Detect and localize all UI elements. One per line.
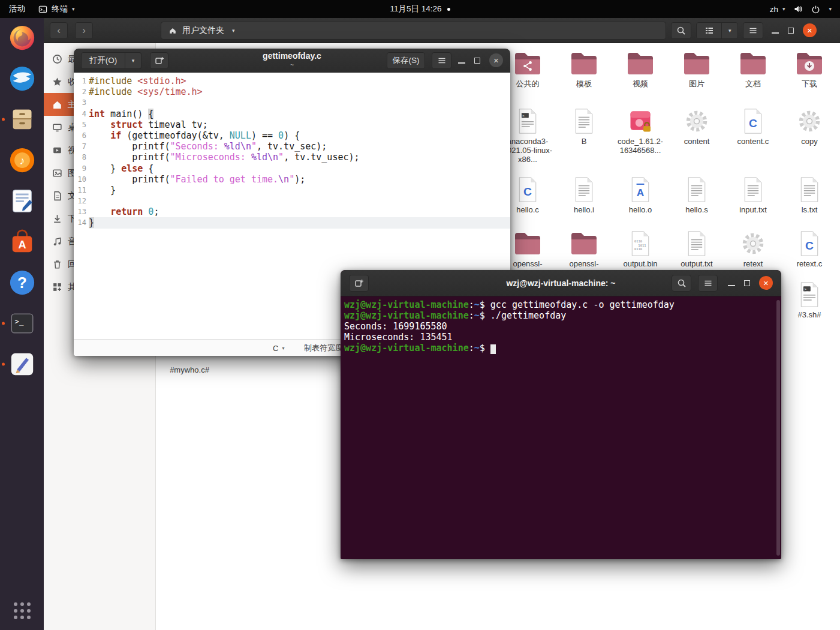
back-button[interactable]: ‹	[50, 22, 68, 39]
file-label: content.c	[737, 137, 769, 146]
minimize-button[interactable]	[772, 32, 779, 34]
svg-text:0110: 0110	[634, 247, 642, 251]
emblem-share-icon	[522, 61, 533, 71]
gear-icon	[739, 230, 767, 257]
recent-icon	[52, 54, 62, 64]
dock-item-files[interactable]	[0, 105, 44, 134]
hamburger-icon	[748, 26, 758, 35]
open-dropdown-button[interactable]: ▾	[125, 52, 141, 69]
minimize-button[interactable]	[458, 62, 465, 64]
path-bar[interactable]: 用户文件夹 ▾	[161, 22, 666, 40]
help-icon: ?	[8, 269, 36, 296]
text-icon	[795, 176, 824, 203]
forward-icon: ›	[82, 25, 86, 37]
new-tab-button[interactable]	[349, 275, 369, 292]
app-menu-terminal[interactable]: 终端 ▾	[38, 4, 75, 14]
forward-button[interactable]: ›	[75, 22, 93, 39]
show-apps-button[interactable]	[14, 602, 31, 619]
file-item[interactable]: 视频	[612, 48, 669, 106]
file-label: #3.sh#	[797, 310, 821, 319]
script-icon: >_	[513, 108, 542, 134]
dock-item-software[interactable]: A	[0, 227, 44, 256]
scrollbar[interactable]	[776, 300, 780, 556]
binary-icon: 011010110110	[626, 230, 655, 257]
file-label: retext.c	[797, 259, 823, 268]
minimize-button[interactable]	[728, 285, 735, 286]
close-button[interactable]: ×	[803, 23, 817, 37]
open-button[interactable]: 打开(O)	[81, 52, 125, 69]
search-button[interactable]	[672, 275, 691, 292]
list-view-button[interactable]	[697, 23, 722, 38]
terminal-window-icon	[38, 5, 47, 14]
svg-text:>_: >_	[14, 317, 23, 326]
file-item[interactable]: >_#3.sh#	[781, 279, 838, 334]
close-button[interactable]: ×	[759, 276, 773, 290]
close-button[interactable]: ×	[489, 53, 503, 67]
file-item[interactable]: 下载	[781, 48, 838, 106]
search-button[interactable]	[671, 22, 691, 39]
file-item[interactable]: copy	[781, 106, 838, 174]
maximize-button[interactable]	[744, 280, 750, 286]
file-item[interactable]: B	[556, 106, 612, 174]
code-line: }	[89, 185, 510, 196]
svg-text:C: C	[749, 117, 757, 130]
dock-item-rhythmbox[interactable]: ♪	[0, 146, 44, 175]
gear-icon	[682, 108, 711, 134]
chevron-down-icon: ▾	[728, 28, 731, 34]
firefox-icon	[8, 24, 36, 52]
dock-item-writer[interactable]	[0, 187, 44, 215]
menu-button[interactable]	[743, 22, 763, 39]
line-number: 11	[74, 185, 86, 196]
file-item[interactable]: Ccontent.c	[725, 106, 781, 174]
files-headerbar: ‹ › 用户文件夹 ▾ ▾ ×	[44, 18, 840, 43]
clock-menu[interactable]: 11月5日 14:26	[390, 0, 450, 18]
dock-item-thunderbird[interactable]	[0, 64, 44, 93]
input-method-indicator[interactable]: zh▾	[770, 5, 785, 14]
save-button[interactable]: 保存(S)	[387, 52, 425, 69]
file-item[interactable]: input.txt	[725, 174, 781, 228]
menu-button[interactable]	[432, 52, 451, 69]
chevron-down-icon: ▾	[282, 346, 284, 351]
terminal-window: wzj@wzj-virtual-machine: ~ × wzj@wzj-vir…	[341, 270, 781, 559]
back-icon: ‹	[57, 25, 61, 37]
trash-icon	[52, 259, 62, 269]
file-item[interactable]: content	[669, 106, 725, 174]
dock: ♪A?>_	[0, 18, 44, 630]
maximize-button[interactable]	[788, 28, 794, 34]
terminal-output[interactable]: wzj@wzj-virtual-machine:~$ gcc gettimeof…	[341, 296, 781, 559]
file-item[interactable]: ls.txt	[781, 174, 838, 228]
file-label: 图片	[689, 79, 704, 88]
activities-button[interactable]: 活动	[9, 4, 25, 14]
file-item[interactable]: Ahello.o	[612, 174, 669, 228]
file-item[interactable]: 图片	[669, 48, 725, 106]
line-number: 12	[74, 196, 86, 206]
dock-item-firefox[interactable]	[0, 23, 44, 52]
volume-icon[interactable]	[793, 4, 803, 14]
file-label: hello.o	[629, 205, 652, 214]
file-item[interactable]: hello.s	[669, 174, 725, 228]
menu-button[interactable]	[698, 275, 718, 292]
language-selector[interactable]: C▾	[273, 340, 284, 356]
file-label: hello.c	[516, 205, 539, 214]
file-item[interactable]: 文档	[725, 48, 781, 106]
file-item[interactable]: 模板	[556, 48, 612, 106]
view-toggle: ▾	[696, 22, 738, 39]
file-item[interactable]: Cretext.c	[781, 228, 838, 279]
power-icon[interactable]	[811, 5, 820, 14]
svg-text:>_: >_	[804, 287, 809, 292]
svg-text:>_: >_	[522, 113, 527, 118]
line-number: 9	[74, 163, 86, 174]
file-item[interactable]: code_1.61.2-16346568...	[612, 106, 669, 174]
new-document-button[interactable]	[150, 52, 168, 69]
file-item[interactable]: hello.i	[556, 174, 612, 228]
pictures-icon	[52, 168, 62, 178]
maximize-button[interactable]	[474, 58, 480, 64]
view-options-button[interactable]: ▾	[722, 23, 737, 38]
dock-item-help[interactable]: ?	[0, 268, 44, 297]
dock-item-terminal[interactable]: >_	[0, 309, 44, 338]
dock-item-editor[interactable]	[0, 350, 44, 379]
file-label: retext	[743, 259, 763, 268]
chevron-down-icon: ▾	[232, 28, 235, 34]
downloads-icon	[52, 214, 62, 224]
file-label: output.bin	[623, 259, 657, 268]
